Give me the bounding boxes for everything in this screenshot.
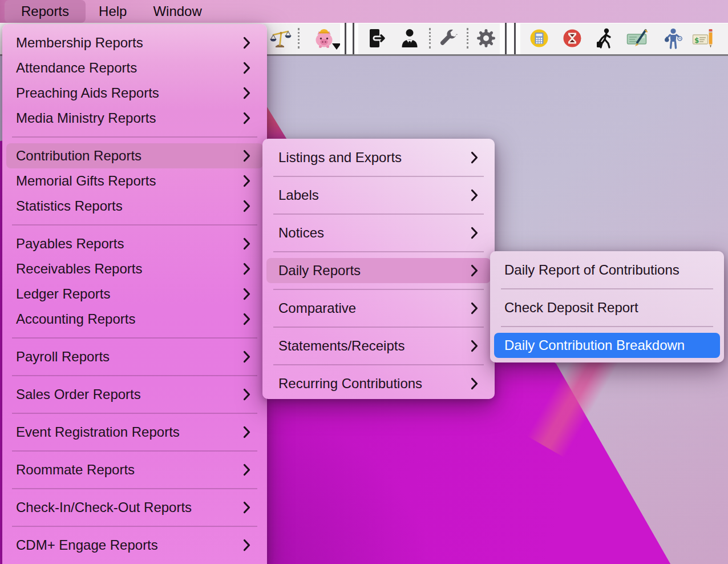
- payroll-check-glyph: $: [692, 28, 714, 49]
- toolbar-divider-handle[interactable]: [500, 23, 520, 54]
- menu-separator: [2, 332, 267, 344]
- menu-bar-item-label: Reports: [21, 3, 69, 19]
- toolbar-dotted-separator: [467, 28, 468, 49]
- submenu-chevron-icon: [243, 150, 250, 162]
- submenu-chevron-icon: [471, 189, 478, 202]
- menu-item-label: Receivables Reports: [16, 261, 142, 277]
- submenu-chevron-icon: [243, 388, 250, 401]
- menu-item-listings-and-exports[interactable]: Listings and Exports: [266, 145, 491, 170]
- contribution-reports-submenu: Listings and Exports Labels Notices Dail…: [262, 139, 495, 399]
- menu-item-payables-reports[interactable]: Payables Reports: [6, 231, 263, 256]
- gear-glyph: [476, 28, 496, 49]
- daily-reports-submenu: Daily Report of Contributions Check Depo…: [490, 251, 724, 362]
- submenu-chevron-icon: [471, 151, 478, 164]
- payroll-person-glyph: [664, 27, 683, 49]
- menu-item-label: Daily Report of Contributions: [504, 262, 680, 278]
- menu-item-recurring-contributions[interactable]: Recurring Contributions: [266, 371, 491, 396]
- menu-item-receivables-reports[interactable]: Receivables Reports: [6, 256, 263, 281]
- menu-item-label: Comparative: [278, 300, 356, 316]
- submenu-chevron-icon: [243, 200, 250, 212]
- scales-icon[interactable]: [268, 26, 293, 51]
- menu-item-label: CDM+ Engage Reports: [16, 537, 158, 553]
- piggy-bank-icon[interactable]: [312, 26, 337, 51]
- menu-bar-item-label: Help: [99, 3, 127, 19]
- payroll-check-icon[interactable]: $: [690, 26, 715, 51]
- gear-icon[interactable]: [474, 26, 499, 51]
- menu-item-notices[interactable]: Notices: [266, 220, 491, 245]
- menu-separator: [2, 131, 267, 143]
- menu-item-label: Recurring Contributions: [278, 376, 422, 392]
- menu-item-media-ministry-reports[interactable]: Media Ministry Reports: [6, 106, 263, 131]
- menu-item-label: Statistics Reports: [16, 198, 123, 214]
- menu-separator: [262, 283, 495, 296]
- logout-door-icon[interactable]: [365, 26, 390, 51]
- menu-item-label: Sales Order Reports: [16, 386, 141, 402]
- menu-separator: [262, 321, 495, 333]
- menu-item-daily-reports[interactable]: Daily Reports: [266, 258, 491, 283]
- menu-item-statistics-reports[interactable]: Statistics Reports: [6, 194, 263, 219]
- menu-item-label: Payroll Reports: [16, 349, 110, 365]
- menu-separator: [490, 283, 724, 295]
- menu-separator: [2, 445, 267, 457]
- submenu-chevron-icon: [243, 37, 250, 49]
- wrench-icon[interactable]: [436, 26, 462, 51]
- menu-separator: [262, 358, 495, 371]
- menu-separator: [2, 482, 267, 495]
- menu-separator: [2, 219, 267, 231]
- menu-item-check-deposit-report[interactable]: Check Deposit Report: [494, 295, 720, 320]
- submenu-chevron-icon: [471, 340, 478, 352]
- menu-item-label: Media Ministry Reports: [16, 110, 156, 126]
- menu-item-preaching-aids-reports[interactable]: Preaching Aids Reports: [6, 80, 263, 106]
- hourglass-icon[interactable]: [560, 26, 585, 51]
- hourglass-glyph: [562, 28, 583, 49]
- submenu-chevron-icon: [243, 501, 250, 514]
- menu-item-payroll-reports[interactable]: Payroll Reports: [6, 344, 263, 369]
- menu-item-membership-reports[interactable]: Membership Reports: [6, 30, 263, 55]
- menu-item-daily-contribution-breakdown[interactable]: Daily Contribution Breakdown: [494, 333, 720, 358]
- check-pen-glyph: [626, 29, 648, 48]
- menu-item-memorial-gifts-reports[interactable]: Memorial Gifts Reports: [6, 168, 263, 194]
- menu-item-attendance-reports[interactable]: Attendance Reports: [6, 55, 263, 80]
- person-icon[interactable]: [397, 26, 422, 51]
- menu-bar-item-reports[interactable]: Reports: [5, 0, 86, 23]
- submenu-chevron-icon: [243, 263, 250, 275]
- toolbar-divider-handle[interactable]: [340, 23, 358, 54]
- menu-item-label: Payables Reports: [16, 236, 124, 252]
- logout-door-glyph: [367, 28, 387, 49]
- submenu-chevron-icon: [243, 237, 250, 250]
- menu-item-event-registration-reports[interactable]: Event Registration Reports: [6, 420, 263, 445]
- menu-item-label: Accounting Reports: [16, 311, 135, 327]
- menu-separator: [262, 208, 495, 220]
- menu-item-label: Statements/Receipts: [278, 338, 405, 354]
- submenu-chevron-icon: [243, 288, 250, 300]
- menu-item-sales-order-reports[interactable]: Sales Order Reports: [6, 382, 263, 407]
- menu-bar-item-window[interactable]: Window: [140, 0, 215, 23]
- menu-item-contribution-reports[interactable]: Contribution Reports: [6, 143, 263, 168]
- submenu-chevron-icon: [471, 227, 478, 239]
- menu-item-label: Ledger Reports: [16, 286, 110, 302]
- menu-item-check-in-check-out-reports[interactable]: Check-In/Check-Out Reports: [6, 495, 263, 520]
- menu-item-label: Contribution Reports: [16, 148, 141, 164]
- menu-item-comparative[interactable]: Comparative: [266, 296, 491, 321]
- menu-item-statements-receipts[interactable]: Statements/Receipts: [266, 333, 491, 358]
- menu-item-roommate-reports[interactable]: Roommate Reports: [6, 457, 263, 482]
- submenu-chevron-icon: [471, 377, 478, 390]
- menu-item-labels[interactable]: Labels: [266, 183, 491, 208]
- calculator-icon[interactable]: [527, 26, 552, 51]
- walking-person-icon[interactable]: [592, 26, 617, 51]
- wrench-glyph: [439, 28, 459, 49]
- menu-item-daily-report-of-contributions[interactable]: Daily Report of Contributions: [494, 257, 720, 283]
- reports-menu: Membership Reports Attendance Reports Pr…: [2, 24, 267, 564]
- calculator-glyph: [529, 28, 549, 49]
- menu-item-label: Labels: [278, 187, 319, 203]
- menu-item-label: Daily Reports: [278, 263, 361, 279]
- menu-item-label: Daily Contribution Breakdown: [504, 337, 685, 353]
- check-pen-icon[interactable]: [625, 26, 650, 51]
- menu-item-label: Check Deposit Report: [504, 300, 638, 316]
- payroll-person-icon[interactable]: [661, 26, 686, 51]
- menu-bar-item-help[interactable]: Help: [86, 0, 140, 23]
- menu-item-ledger-reports[interactable]: Ledger Reports: [6, 281, 263, 307]
- menu-item-cdm-engage-reports[interactable]: CDM+ Engage Reports: [6, 533, 263, 558]
- menu-item-accounting-reports[interactable]: Accounting Reports: [6, 307, 263, 332]
- svg-text:$: $: [694, 37, 699, 45]
